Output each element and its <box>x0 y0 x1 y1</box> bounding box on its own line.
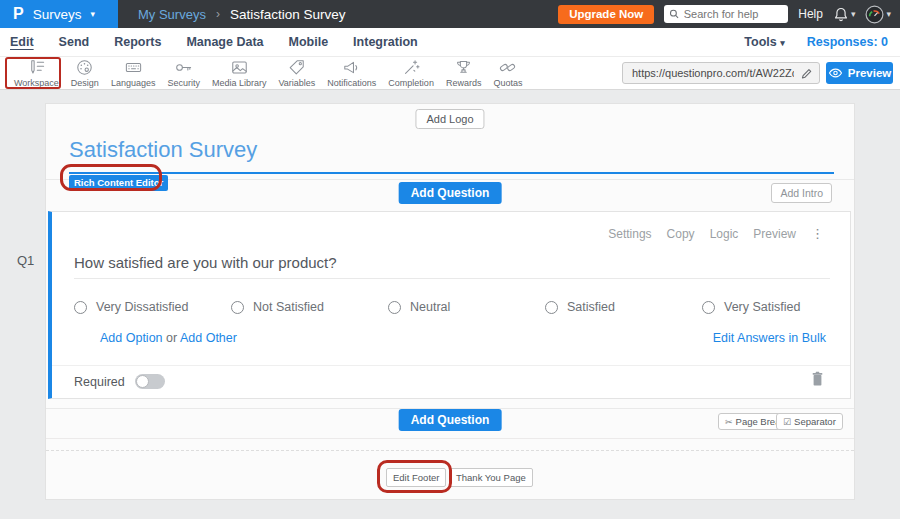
responses-count[interactable]: Responses: 0 <box>807 35 888 49</box>
question-copy-link[interactable]: Copy <box>667 227 695 241</box>
breadcrumb-separator-icon: › <box>216 7 220 21</box>
survey-canvas: Add Logo Satisfaction Survey Rich Conten… <box>45 103 855 500</box>
question-number: Q1 <box>17 253 34 268</box>
option-label: Not Satisfied <box>253 300 324 314</box>
radio-button-icon[interactable] <box>388 301 401 314</box>
toolbar-item-languages[interactable]: Languages <box>105 57 162 90</box>
survey-url: https://questionpro.com/t/AW22ZcuEJ <box>632 67 794 79</box>
breadcrumb-parent[interactable]: My Surveys <box>138 7 206 22</box>
option-very-dissatisfied[interactable]: Very Dissatisfied <box>74 300 231 314</box>
bell-icon <box>833 6 849 23</box>
answer-options: Very Dissatisfied Not Satisfied Neutral … <box>74 300 859 314</box>
radio-button-icon[interactable] <box>74 301 87 314</box>
add-question-button-bottom[interactable]: Add Question <box>399 409 502 431</box>
add-other-link[interactable]: Add Other <box>180 331 237 345</box>
product-menu-label: Surveys <box>33 7 82 22</box>
kebab-menu-icon[interactable]: ⋮ <box>811 226 824 241</box>
media-library-image-icon <box>229 58 250 77</box>
separator-label: Separator <box>794 416 836 427</box>
account-gauge-avatar <box>865 5 884 24</box>
top-bar-main: My Surveys › Satisfaction Survey Upgrade… <box>118 0 900 28</box>
completion-wand-icon <box>401 58 422 77</box>
add-option-link[interactable]: Add Option <box>100 331 163 345</box>
checkbox-icon: ☑ <box>783 417 791 427</box>
option-not-satisfied[interactable]: Not Satisfied <box>231 300 388 314</box>
questionpro-logo-icon: P <box>13 5 24 23</box>
question-logic-link[interactable]: Logic <box>710 227 739 241</box>
toolbar-item-design[interactable]: Design <box>65 57 105 90</box>
tab-manage-data[interactable]: Manage Data <box>186 35 263 49</box>
option-label: Satisfied <box>567 300 615 314</box>
product-switcher[interactable]: P Surveys ▾ <box>0 0 118 28</box>
tab-mobile[interactable]: Mobile <box>289 35 329 49</box>
toolbar-item-label: Variables <box>278 78 315 88</box>
option-very-satisfied[interactable]: Very Satisfied <box>702 300 859 314</box>
toolbar-item-quotas[interactable]: Quotas <box>487 57 528 90</box>
notifications-megaphone-icon <box>341 58 362 77</box>
edit-pencil-icon[interactable] <box>800 67 813 80</box>
tab-reports[interactable]: Reports <box>114 35 161 49</box>
toolbar-item-label: Security <box>167 78 200 88</box>
radio-button-icon[interactable] <box>231 301 244 314</box>
languages-keyboard-icon <box>123 58 144 77</box>
question-preview-link[interactable]: Preview <box>753 227 796 241</box>
option-neutral[interactable]: Neutral <box>388 300 545 314</box>
help-search[interactable] <box>664 5 788 23</box>
trash-icon <box>811 371 824 387</box>
chevron-down-icon: ▾ <box>851 10 856 19</box>
toolbar-item-label: Rewards <box>446 78 482 88</box>
toolbar-item-workspace[interactable]: Workspace <box>8 57 65 90</box>
help-link[interactable]: Help <box>798 7 823 21</box>
option-satisfied[interactable]: Satisfied <box>545 300 702 314</box>
required-row: Required <box>74 374 165 389</box>
account-menu-button[interactable]: ▾ <box>865 5 891 24</box>
add-question-button-top[interactable]: Add Question <box>399 182 502 204</box>
preview-button-label: Preview <box>848 67 891 79</box>
breadcrumb-current: Satisfaction Survey <box>230 7 346 22</box>
add-intro-button[interactable]: Add Intro <box>771 183 832 203</box>
radio-button-icon[interactable] <box>702 301 715 314</box>
question-text[interactable]: How satisfied are you with our product? <box>74 254 337 271</box>
toolbar-item-label: Languages <box>111 78 156 88</box>
tab-edit[interactable]: Edit <box>10 35 34 49</box>
tab-send[interactable]: Send <box>59 35 90 49</box>
option-label: Neutral <box>410 300 450 314</box>
survey-title[interactable]: Satisfaction Survey <box>69 137 257 163</box>
radio-button-icon[interactable] <box>545 301 558 314</box>
toolbar-item-label: Notifications <box>327 78 376 88</box>
toolbar-item-media-library[interactable]: Media Library <box>206 57 273 90</box>
survey-link-field[interactable]: https://questionpro.com/t/AW22ZcuEJ <box>622 62 820 84</box>
preview-button[interactable]: Preview <box>826 62 893 84</box>
security-key-icon <box>173 58 194 77</box>
card-footer-divider <box>52 365 850 366</box>
tools-dropdown[interactable]: Tools ▾ <box>744 35 784 49</box>
toolbar-item-rewards[interactable]: Rewards <box>440 57 488 90</box>
separator-button[interactable]: ☑ Separator <box>776 413 843 430</box>
footer-dashed-divider <box>46 450 854 451</box>
notifications-bell-button[interactable]: ▾ <box>833 6 856 23</box>
rich-content-editor-badge[interactable]: Rich Content Editor <box>69 175 168 191</box>
add-logo-button[interactable]: Add Logo <box>415 109 484 129</box>
toolbar-item-label: Completion <box>388 78 434 88</box>
toolbar-item-completion[interactable]: Completion <box>382 57 440 90</box>
chevron-down-icon: ▾ <box>90 10 95 19</box>
toolbar-item-variables[interactable]: Variables <box>272 57 321 90</box>
required-toggle[interactable] <box>135 374 165 389</box>
toolbar-item-notifications[interactable]: Notifications <box>321 57 382 90</box>
chevron-down-icon: ▾ <box>780 38 785 48</box>
upgrade-now-button[interactable]: Upgrade Now <box>558 5 654 24</box>
option-label: Very Satisfied <box>724 300 800 314</box>
workspace-icon <box>26 58 47 77</box>
search-input[interactable] <box>684 8 784 20</box>
delete-question-button[interactable] <box>811 371 824 387</box>
toolbar-item-label: Workspace <box>14 78 59 88</box>
edit-answers-in-bulk-link[interactable]: Edit Answers in Bulk <box>713 331 826 345</box>
question-text-underline <box>74 278 830 279</box>
thank-you-page-button[interactable]: Thank You Page <box>449 468 533 487</box>
toolbar-item-security[interactable]: Security <box>161 57 206 90</box>
quotas-chain-icon <box>497 58 518 77</box>
tab-integration[interactable]: Integration <box>353 35 418 49</box>
option-label: Very Dissatisfied <box>96 300 188 314</box>
edit-footer-button[interactable]: Edit Footer <box>386 468 446 487</box>
question-settings-link[interactable]: Settings <box>608 227 651 241</box>
